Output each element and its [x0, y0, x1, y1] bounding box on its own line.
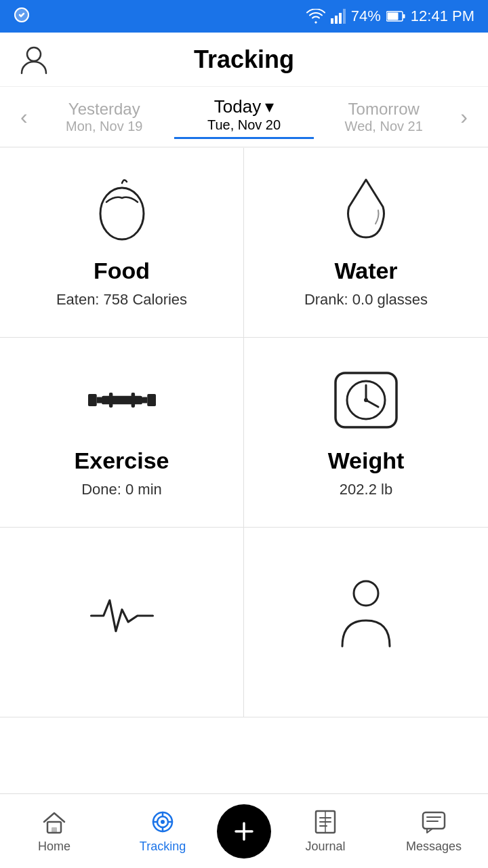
wifi-icon [306, 9, 325, 24]
svg-point-22 [364, 398, 368, 402]
vitals-cell[interactable] [0, 528, 244, 717]
svg-rect-11 [88, 394, 97, 406]
svg-line-21 [366, 400, 378, 407]
svg-rect-7 [387, 13, 398, 20]
nav-journal-label: Journal [305, 840, 345, 854]
header: Tracking [0, 33, 488, 87]
svg-rect-2 [331, 18, 333, 24]
yesterday-item[interactable]: Yesterday Mon, Nov 19 [35, 100, 174, 134]
yesterday-date: Mon, Nov 19 [66, 119, 142, 134]
nav-tracking[interactable]: Tracking [108, 808, 217, 854]
nav-messages-label: Messages [406, 840, 462, 854]
prev-arrow[interactable]: ‹ [14, 98, 35, 136]
tomorrow-item[interactable]: Tomorrow Wed, Nov 21 [314, 100, 453, 134]
water-subtitle: Drank: 0.0 glasses [304, 291, 428, 309]
svg-point-10 [100, 188, 144, 239]
exercise-icon [88, 366, 156, 434]
date-navigation: ‹ Yesterday Mon, Nov 19 Today ▾ Tue, Nov… [0, 87, 488, 148]
status-right: 74% 12:41 PM [306, 7, 474, 25]
tracking-grid: Food Eaten: 758 Calories Water Drank: 0.… [0, 148, 488, 717]
weight-icon [332, 366, 400, 434]
svg-rect-17 [131, 393, 134, 408]
messages-icon [420, 808, 447, 835]
plus-icon [230, 818, 258, 845]
weight-subtitle: 202.2 lb [340, 481, 392, 498]
signal-icon [331, 9, 346, 24]
nav-home[interactable]: Home [0, 808, 108, 854]
nav-home-label: Home [38, 840, 70, 854]
status-bar: 74% 12:41 PM [0, 0, 488, 33]
journal-icon [312, 808, 339, 835]
svg-rect-15 [147, 394, 156, 406]
svg-rect-5 [343, 9, 346, 24]
svg-rect-8 [403, 14, 405, 18]
home-icon [41, 808, 68, 835]
tracking-icon [149, 808, 176, 835]
food-icon [88, 176, 156, 244]
person-cell[interactable] [244, 528, 488, 717]
status-check-icon [14, 7, 30, 26]
exercise-cell[interactable]: Exercise Done: 0 min [0, 338, 244, 528]
food-subtitle: Eaten: 758 Calories [56, 291, 187, 309]
water-icon [332, 176, 400, 244]
svg-rect-14 [142, 397, 147, 403]
vitals-icon [88, 582, 156, 650]
svg-rect-4 [339, 13, 342, 24]
svg-rect-16 [108, 393, 112, 408]
person-icon [332, 582, 400, 650]
nav-tracking-label: Tracking [140, 840, 186, 854]
battery-icon [386, 11, 405, 22]
nav-add-button[interactable] [217, 804, 271, 859]
exercise-title: Exercise [75, 448, 169, 474]
food-cell[interactable]: Food Eaten: 758 Calories [0, 148, 244, 338]
profile-icon[interactable] [19, 45, 49, 75]
svg-point-23 [354, 581, 378, 606]
svg-point-9 [27, 47, 41, 61]
weight-title: Weight [328, 448, 405, 474]
svg-rect-13 [102, 396, 142, 405]
today-label: Today ▾ [214, 96, 274, 117]
today-date: Tue, Nov 20 [207, 117, 281, 133]
exercise-subtitle: Done: 0 min [81, 481, 162, 498]
weight-cell[interactable]: Weight 202.2 lb [244, 338, 488, 528]
today-item[interactable]: Today ▾ Tue, Nov 20 [174, 96, 314, 139]
water-title: Water [334, 258, 397, 284]
tomorrow-date: Wed, Nov 21 [345, 119, 423, 134]
nav-journal[interactable]: Journal [271, 808, 380, 854]
bottom-navigation: Home Tracking Journal [0, 793, 488, 868]
tracking-grid-container: Food Eaten: 758 Calories Water Drank: 0.… [0, 148, 488, 793]
yesterday-label: Yesterday [68, 100, 140, 119]
svg-rect-12 [96, 397, 101, 403]
svg-rect-3 [335, 16, 338, 24]
next-arrow[interactable]: › [453, 98, 474, 136]
food-title: Food [94, 258, 150, 284]
tomorrow-label: Tomorrow [348, 100, 420, 119]
nav-messages[interactable]: Messages [380, 808, 488, 854]
water-cell[interactable]: Water Drank: 0.0 glasses [244, 148, 488, 338]
page-title: Tracking [194, 45, 294, 74]
battery-text: 74% [351, 7, 381, 25]
time-text: 12:41 PM [411, 7, 474, 25]
svg-rect-25 [52, 827, 57, 833]
svg-point-28 [161, 820, 165, 824]
